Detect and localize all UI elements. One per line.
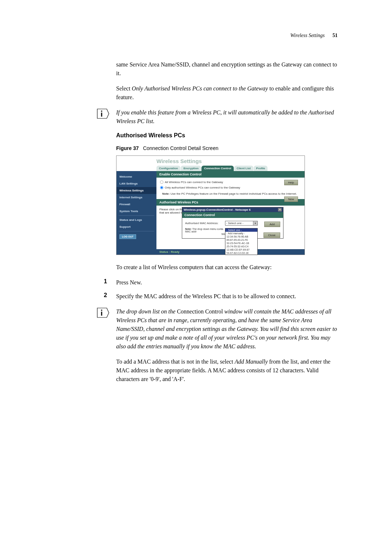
option-mac-2[interactable]: 89-87-65-43-21-FE <box>225 238 257 242</box>
option-mac-5[interactable]: 12-AB-CD-EF-69-87 <box>225 248 257 251</box>
sidebar-wireless[interactable]: Wireless Settings <box>117 187 156 194</box>
sidebar-lan[interactable]: LAN Settings <box>117 180 156 187</box>
svg-marker-0 <box>97 109 109 118</box>
intro2-pre: Select <box>116 85 132 92</box>
close-button[interactable]: Close <box>264 232 280 238</box>
popup-window: Wireless-popup-ConnectionControl - Netsc… <box>182 207 283 239</box>
intro2-em: Only Authorised Wireless PCs can connect… <box>132 85 268 92</box>
closing-paragraph: To add a MAC address that is not in the … <box>116 357 338 384</box>
running-header: Wireless Settings 51 <box>116 33 338 39</box>
popup-note-bold: Note: <box>185 228 192 230</box>
option-mac-3[interactable]: 32-23-54-FE-AC-1B <box>225 242 257 245</box>
option-add-manually[interactable]: - Add manually - <box>225 232 257 235</box>
sidebar-system-tools[interactable]: System Tools <box>117 208 156 215</box>
new-button[interactable]: New <box>284 197 298 202</box>
info-note-1: If you enable this feature from a Wirele… <box>116 108 338 126</box>
sidebar-support[interactable]: Support <box>117 223 156 230</box>
sidebar-internet[interactable]: Internet Settings <box>117 194 156 201</box>
sidebar-welcome[interactable]: Welcome <box>117 173 156 180</box>
sidebar: Welcome LAN Settings Wireless Settings I… <box>117 171 156 255</box>
step-2-number: 2 <box>104 292 107 299</box>
svg-rect-5 <box>101 312 102 316</box>
figure-caption: Figure 37 Connection Control Detail Scre… <box>116 145 338 151</box>
info-note-2: The drop down list on the Connection Con… <box>116 307 338 351</box>
sidebar-status-logs[interactable]: Status and Logs <box>117 216 156 223</box>
closing-em: Add Manually <box>234 358 268 365</box>
firewall-note-text: Use the PC Privileges feature on the Fir… <box>170 192 297 195</box>
tab-configuration[interactable]: Configuration <box>156 166 180 171</box>
tab-encryption[interactable]: Encryption <box>181 166 201 171</box>
add-button[interactable]: Add <box>264 222 280 227</box>
panel-auth-title: Authorised Wireless PCs <box>156 199 305 206</box>
option-mac-4[interactable]: 25-74-55-32-A3-C4 <box>225 245 257 248</box>
firewall-note: Note: Use the PC Privileges feature on t… <box>159 192 302 195</box>
mac-dropdown-list: - Select one - - Add manually - 12-34-56… <box>225 228 258 255</box>
note1-text: If you enable this feature from a Wirele… <box>116 108 338 126</box>
select-value: - Select one - <box>226 222 244 225</box>
option-select-one[interactable]: - Select one - <box>225 228 257 232</box>
mac-address-label: Authorised MAC Address: <box>185 222 225 225</box>
option-mac-1[interactable]: 12-34-56-78-90-AB <box>225 235 257 238</box>
popup-title-text: Wireless-popup-ConnectionControl - Netsc… <box>184 208 250 211</box>
firewall-note-bold: Note: <box>162 192 170 195</box>
intro-paragraph-1: same Service Area Name/SSID, channel and… <box>116 60 338 78</box>
tab-profile[interactable]: Profile <box>254 166 268 171</box>
panel-enable-title: Enable Connection Control <box>156 171 305 178</box>
radio-auth-label: Only authorised Wireless PCs can connect… <box>165 186 240 189</box>
header-section: Wireless Settings <box>290 33 325 38</box>
sidebar-firewall[interactable]: Firewall <box>117 201 156 208</box>
step-1-body: Press New. <box>116 278 338 287</box>
popup-close-icon[interactable]: × <box>278 208 282 211</box>
radio-all-pcs-input[interactable] <box>160 181 163 184</box>
note2-pre: The drop down list on the <box>116 308 177 315</box>
screenshot-connection-control: Wireless Settings Configuration Encrypti… <box>116 155 305 255</box>
tab-row: Configuration Encryption Connection Cont… <box>117 166 305 171</box>
radio-all-label: All Wireless PCs can connect to the Gate… <box>165 181 223 184</box>
closing-pre: To add a MAC address that is not in the … <box>116 358 234 365</box>
info-icon <box>97 108 110 119</box>
help-button[interactable]: Help <box>284 180 298 185</box>
step-1-number: 1 <box>104 278 107 285</box>
tab-client-list[interactable]: Client List <box>234 166 253 171</box>
info-icon <box>97 307 110 318</box>
sidebar-separator-2 <box>119 231 154 231</box>
note2-normal: Connection Control <box>177 308 223 315</box>
svg-point-1 <box>101 110 102 112</box>
radio-auth-input[interactable] <box>160 186 163 189</box>
figure-caption-text: Connection Control Detail Screen <box>143 145 219 151</box>
subheading-authorised: Authorised Wireless PCs <box>116 132 338 139</box>
step1-em: New. <box>130 279 142 285</box>
screenshot-title: Wireless Settings <box>117 156 305 165</box>
popup-note: Note: The drop down menu conta MAC addr … <box>185 228 229 235</box>
svg-marker-3 <box>97 308 109 317</box>
radio-authorised-only[interactable]: Only authorised Wireless PCs can connect… <box>159 185 302 190</box>
svg-point-4 <box>101 309 102 311</box>
page-number: 51 <box>332 33 338 38</box>
figure-label: Figure 37 <box>116 145 139 151</box>
step-2-body: Specify the MAC address of the Wireless … <box>116 292 338 301</box>
svg-rect-2 <box>101 113 102 117</box>
step-list: 1 Press New. 2 Specify the MAC address o… <box>116 278 338 301</box>
after-figure-text: To create a list of Wireless computers t… <box>116 263 338 272</box>
note2-text: The drop down list on the Connection Con… <box>116 307 338 351</box>
option-mac-6[interactable]: 54-67-82-C2-D2-1E <box>225 251 257 255</box>
mac-address-select[interactable]: - Select one - ▼ <box>225 221 258 226</box>
chevron-down-icon[interactable]: ▼ <box>253 221 257 225</box>
tab-connection-control[interactable]: Connection Control <box>201 166 234 171</box>
logout-button[interactable]: LOG OUT <box>119 234 136 239</box>
step1-pre: Press <box>116 279 130 285</box>
popup-heading: Connection Control <box>182 212 283 218</box>
sidebar-separator <box>119 215 154 216</box>
popup-titlebar: Wireless-popup-ConnectionControl - Netsc… <box>182 207 283 212</box>
intro-paragraph-2: Select Only Authorised Wireless PCs can … <box>116 84 338 102</box>
radio-all-pcs[interactable]: All Wireless PCs can connect to the Gate… <box>159 180 302 185</box>
